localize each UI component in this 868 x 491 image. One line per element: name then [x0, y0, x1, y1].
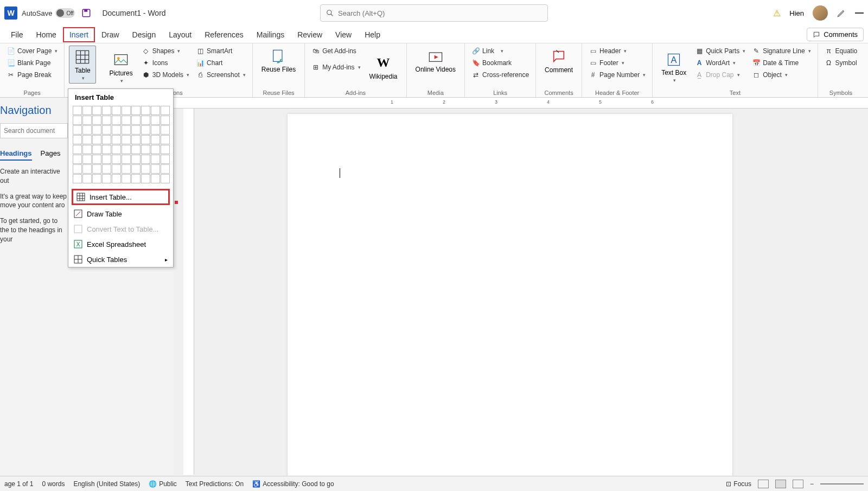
focus-button[interactable]: ⊡Focus: [726, 480, 751, 488]
save-icon[interactable]: [81, 8, 91, 18]
tab-help[interactable]: Help: [358, 27, 387, 42]
draw-table-menu-item[interactable]: Draw Table: [68, 206, 173, 221]
table-grid-cell[interactable]: [73, 116, 82, 125]
table-grid-cell[interactable]: [161, 145, 170, 154]
icons-button[interactable]: ✦Icons: [139, 58, 192, 68]
table-grid-cell[interactable]: [102, 164, 111, 174]
table-grid-cell[interactable]: [112, 155, 121, 164]
table-grid[interactable]: [68, 106, 173, 188]
tab-review[interactable]: Review: [291, 27, 329, 42]
insert-table-menu-item[interactable]: Insert Table...: [72, 189, 170, 205]
table-grid-cell[interactable]: [122, 135, 131, 144]
table-grid-cell[interactable]: [82, 116, 92, 125]
smartart-button[interactable]: ◫SmartArt: [194, 46, 248, 56]
table-grid-cell[interactable]: [92, 135, 101, 144]
table-grid-cell[interactable]: [92, 145, 101, 154]
footer-button[interactable]: ▭Footer▾: [586, 58, 648, 68]
tab-references[interactable]: References: [198, 27, 250, 42]
document-page[interactable]: [288, 114, 732, 483]
page-number-button[interactable]: #Page Number▾: [586, 69, 648, 80]
table-grid-cell[interactable]: [122, 145, 131, 154]
table-grid-cell[interactable]: [161, 174, 170, 183]
table-grid-cell[interactable]: [131, 174, 141, 183]
table-button[interactable]: Table ▾: [69, 46, 96, 84]
minimize-button[interactable]: [855, 12, 864, 14]
table-grid-cell[interactable]: [151, 106, 160, 115]
tab-mailings[interactable]: Mailings: [250, 27, 291, 42]
table-grid-cell[interactable]: [73, 125, 82, 135]
search-input[interactable]: [338, 9, 542, 17]
signature-line-button[interactable]: ✎Signature Line▾: [750, 46, 813, 56]
tab-design[interactable]: Design: [126, 27, 163, 42]
horizontal-ruler[interactable]: 1 2 3 4 5 6: [174, 98, 868, 109]
page-indicator[interactable]: age 1 of 1: [4, 480, 33, 488]
table-grid-cell[interactable]: [141, 135, 150, 144]
table-grid-cell[interactable]: [161, 125, 170, 135]
print-layout-button[interactable]: [775, 480, 786, 488]
table-grid-cell[interactable]: [131, 135, 141, 144]
quick-tables-menu-item[interactable]: Quick Tables ▸: [68, 252, 173, 267]
user-avatar[interactable]: [813, 5, 828, 21]
table-grid-cell[interactable]: [102, 106, 111, 115]
table-grid-cell[interactable]: [112, 145, 121, 154]
toggle-switch[interactable]: Off: [55, 8, 75, 18]
web-layout-button[interactable]: [793, 480, 803, 488]
tab-file[interactable]: File: [4, 27, 30, 42]
table-grid-cell[interactable]: [82, 125, 92, 135]
cover-page-button[interactable]: 📄Cover Page▾: [4, 46, 60, 56]
table-grid-cell[interactable]: [151, 116, 160, 125]
table-grid-cell[interactable]: [73, 155, 82, 164]
link-button[interactable]: 🔗Link▾: [469, 46, 531, 56]
autosave-toggle[interactable]: AutoSave Off: [22, 8, 75, 18]
reuse-files-button[interactable]: Reuse Files: [257, 46, 300, 75]
table-grid-cell[interactable]: [102, 155, 111, 164]
read-mode-button[interactable]: [758, 480, 769, 488]
symbol-button[interactable]: ΩSymbol: [822, 58, 860, 68]
table-grid-cell[interactable]: [73, 164, 82, 174]
table-grid-cell[interactable]: [112, 174, 121, 183]
tab-view[interactable]: View: [329, 27, 358, 42]
table-grid-cell[interactable]: [131, 145, 141, 154]
header-button[interactable]: ▭Header▾: [586, 46, 648, 56]
comment-button[interactable]: Comment: [540, 46, 577, 76]
table-grid-cell[interactable]: [161, 155, 170, 164]
table-grid-cell[interactable]: [102, 174, 111, 183]
table-grid-cell[interactable]: [82, 174, 92, 183]
zoom-slider[interactable]: [820, 483, 864, 484]
table-grid-cell[interactable]: [161, 135, 170, 144]
table-grid-cell[interactable]: [82, 145, 92, 154]
pictures-button[interactable]: Pictures ▾: [105, 46, 137, 88]
table-grid-cell[interactable]: [92, 155, 101, 164]
table-grid-cell[interactable]: [122, 125, 131, 135]
table-grid-cell[interactable]: [141, 116, 150, 125]
navigation-search[interactable]: [0, 123, 68, 138]
public-indicator[interactable]: 🌐Public: [149, 480, 177, 488]
tab-layout[interactable]: Layout: [162, 27, 198, 42]
table-grid-cell[interactable]: [112, 106, 121, 115]
table-grid-cell[interactable]: [151, 135, 160, 144]
table-grid-cell[interactable]: [131, 164, 141, 174]
comments-button[interactable]: Comments: [807, 28, 864, 41]
table-grid-cell[interactable]: [122, 155, 131, 164]
wordart-button[interactable]: AWordArt▾: [693, 58, 748, 68]
table-grid-cell[interactable]: [141, 155, 150, 164]
warning-icon[interactable]: ⚠: [773, 8, 781, 18]
accessibility-indicator[interactable]: ♿Accessibility: Good to go: [252, 480, 334, 488]
date-time-button[interactable]: 📅Date & Time: [750, 58, 813, 68]
zoom-out-button[interactable]: −: [810, 480, 814, 488]
3d-models-button[interactable]: ⬢3D Models▾: [139, 69, 192, 80]
table-grid-cell[interactable]: [82, 135, 92, 144]
table-grid-cell[interactable]: [92, 125, 101, 135]
table-grid-cell[interactable]: [122, 174, 131, 183]
table-grid-cell[interactable]: [151, 155, 160, 164]
table-grid-cell[interactable]: [92, 174, 101, 183]
nav-tab-headings[interactable]: Headings: [0, 147, 32, 161]
tab-insert[interactable]: Insert: [63, 27, 95, 42]
equation-button[interactable]: πEquatio: [822, 46, 860, 56]
table-grid-cell[interactable]: [92, 106, 101, 115]
screenshot-button[interactable]: ⎙Screenshot▾: [194, 69, 248, 80]
table-grid-cell[interactable]: [112, 164, 121, 174]
table-grid-cell[interactable]: [161, 106, 170, 115]
tab-home[interactable]: Home: [30, 27, 63, 42]
word-count[interactable]: 0 words: [42, 480, 65, 488]
